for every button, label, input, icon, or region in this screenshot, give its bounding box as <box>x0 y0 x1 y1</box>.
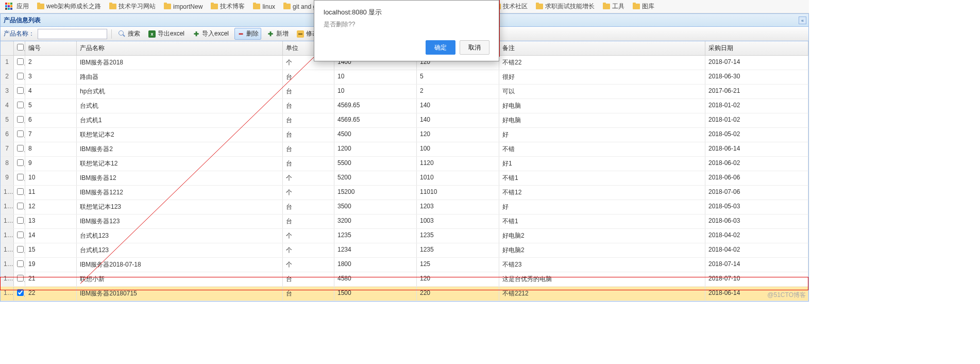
table-row[interactable]: 1722IBM服务器20180715台1500220不错22122018-06-… <box>1 287 808 301</box>
row-checkbox[interactable] <box>17 260 24 267</box>
row-checkbox-cell[interactable] <box>14 85 25 98</box>
collapse-button[interactable]: « <box>799 16 806 24</box>
bookmark-item[interactable]: 技术学习网站 <box>106 1 159 12</box>
apps-button[interactable]: 应用 <box>2 1 32 12</box>
col-checkbox[interactable] <box>14 41 25 55</box>
table-row[interactable]: 23路由器台105很好2018-06-30 <box>1 70 808 85</box>
row-checkbox[interactable] <box>17 130 24 137</box>
add-button[interactable]: ✚新增 <box>264 28 291 40</box>
cell-date: 2018-06-03 <box>705 214 808 228</box>
table-row[interactable]: 910IBM服务器12个52001010不错12018-06-06 <box>1 171 808 186</box>
bookmark-item[interactable]: 工具 <box>600 1 628 12</box>
table-row[interactable]: 1112联想笔记本123台35001203好2018-05-03 <box>1 200 808 214</box>
col-date[interactable]: 采购日期 <box>705 41 808 55</box>
cell-date: 2018-05-03 <box>705 200 808 214</box>
bookmark-item[interactable]: linux <box>250 1 278 12</box>
row-index: 17 <box>1 287 14 301</box>
bookmark-item[interactable]: 图库 <box>630 1 657 12</box>
table-row[interactable]: 67联想笔记本2台4500120好2018-05-02 <box>1 128 808 142</box>
row-checkbox-cell[interactable] <box>14 287 25 301</box>
cell-price: 10 <box>334 70 417 84</box>
bookmark-item[interactable]: 求职面试技能增长 <box>533 1 598 12</box>
row-checkbox[interactable] <box>17 188 24 195</box>
table-row[interactable]: 1519IBM服务器2018-07-18个1800125不错232018-07-… <box>1 258 808 272</box>
cell-qty: 1235 <box>417 243 499 257</box>
row-checkbox-cell[interactable] <box>14 70 25 84</box>
cell-remark: 好1 <box>499 157 705 171</box>
dialog-ok-button[interactable]: 确定 <box>426 40 455 55</box>
row-checkbox[interactable] <box>17 203 24 209</box>
row-checkbox-cell[interactable] <box>14 243 25 257</box>
cell-name: 联想笔记本12 <box>77 157 283 171</box>
excel-icon: x <box>148 30 156 38</box>
bookmark-item[interactable]: 技术博客 <box>208 1 248 12</box>
import-excel-button[interactable]: ✚导入excel <box>190 28 231 40</box>
row-checkbox-cell[interactable] <box>14 142 25 156</box>
row-checkbox-cell[interactable] <box>14 113 25 127</box>
row-checkbox-cell[interactable] <box>14 99 25 113</box>
dialog-cancel-button[interactable]: 取消 <box>460 40 489 55</box>
row-checkbox[interactable] <box>17 145 24 152</box>
cell-date: 2018-07-10 <box>705 272 808 286</box>
row-checkbox[interactable] <box>17 275 24 282</box>
cell-number: 19 <box>25 258 77 272</box>
row-checkbox[interactable] <box>17 289 24 296</box>
row-checkbox-cell[interactable] <box>14 171 25 185</box>
row-checkbox-cell[interactable] <box>14 56 25 70</box>
cell-unit: 个 <box>283 171 334 185</box>
bookmark-item[interactable]: web架构师成长之路 <box>34 1 104 12</box>
table-row[interactable]: 89联想笔记本12台55001120好12018-06-02 <box>1 157 808 171</box>
row-checkbox-cell[interactable] <box>14 229 25 243</box>
apps-label: 应用 <box>16 2 29 11</box>
cell-remark: 这是台优秀的电脑 <box>499 272 705 286</box>
row-checkbox[interactable] <box>17 87 24 94</box>
table-row[interactable]: 1213IBM服务器123台32001003不错12018-06-03 <box>1 214 808 229</box>
col-number[interactable]: 编号 <box>25 41 77 55</box>
cell-number: 21 <box>25 272 77 286</box>
cell-name: 台式机123 <box>77 229 283 243</box>
table-row[interactable]: 45台式机台4569.65140好电脑2018-01-02 <box>1 99 808 113</box>
row-checkbox-cell[interactable] <box>14 157 25 171</box>
row-checkbox-cell[interactable] <box>14 186 25 200</box>
export-excel-button[interactable]: x导出excel <box>146 28 187 40</box>
table-row[interactable]: 1314台式机123个12351235好电脑22018-04-02 <box>1 229 808 243</box>
row-checkbox[interactable] <box>17 174 24 180</box>
cell-name: IBM服务器2 <box>77 142 283 156</box>
table-row[interactable]: 1011IBM服务器1212个1520011010不错122018-07-06 <box>1 186 808 200</box>
bookmark-label: 技术社区 <box>503 2 528 11</box>
cell-number: 13 <box>25 214 77 228</box>
cell-name: 台式机1 <box>77 113 283 127</box>
row-checkbox[interactable] <box>17 246 24 253</box>
row-checkbox[interactable] <box>17 116 24 123</box>
col-name[interactable]: 产品名称 <box>77 41 283 55</box>
cell-unit: 台 <box>283 287 334 301</box>
table-row[interactable]: 34hp台式机台102可以2017-06-21 <box>1 85 808 99</box>
delete-button[interactable]: ━删除 <box>234 28 261 40</box>
folder-icon <box>211 4 218 9</box>
col-remark[interactable]: 备注 <box>499 41 705 55</box>
row-checkbox[interactable] <box>17 73 24 79</box>
cell-qty: 1003 <box>417 214 499 228</box>
folder-icon <box>253 4 260 9</box>
row-checkbox[interactable] <box>17 231 24 238</box>
row-checkbox[interactable] <box>17 102 24 108</box>
row-checkbox[interactable] <box>17 58 24 65</box>
row-checkbox-cell[interactable] <box>14 200 25 214</box>
table-row[interactable]: 56台式机1台4569.65140好电脑2018-01-02 <box>1 113 808 128</box>
row-checkbox-cell[interactable] <box>14 128 25 142</box>
table-row[interactable]: 78IBM服务器2台1200100不错2018-06-14 <box>1 142 808 157</box>
search-button[interactable]: 搜索 <box>116 28 143 40</box>
row-checkbox[interactable] <box>17 217 24 224</box>
cell-date: 2018-01-02 <box>705 113 808 127</box>
row-index: 9 <box>1 171 14 185</box>
row-checkbox[interactable] <box>17 159 24 166</box>
row-checkbox-cell[interactable] <box>14 258 25 272</box>
row-checkbox-cell[interactable] <box>14 272 25 286</box>
table-row[interactable]: 1621联想小新台4580120这是台优秀的电脑2018-07-10 <box>1 272 808 287</box>
cell-qty: 1010 <box>417 171 499 185</box>
row-checkbox-cell[interactable] <box>14 214 25 228</box>
bookmark-item[interactable]: importNew <box>161 1 206 12</box>
select-all-checkbox[interactable] <box>17 44 24 51</box>
table-row[interactable]: 1415台式机123个12341235好电脑22018-04-02 <box>1 243 808 258</box>
name-input[interactable] <box>38 29 107 39</box>
